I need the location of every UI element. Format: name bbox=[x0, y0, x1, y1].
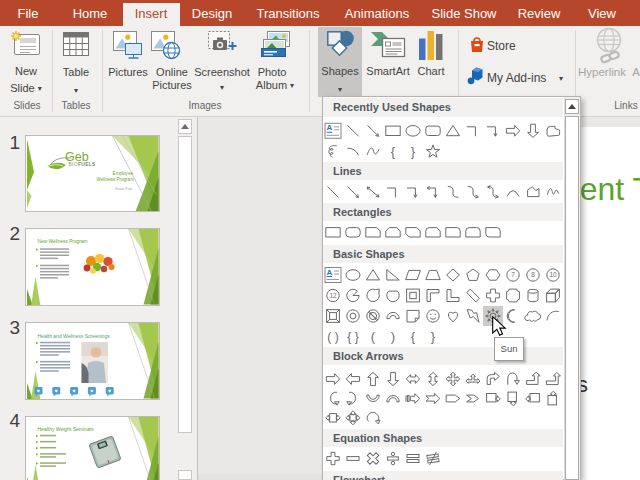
svg-text:}: } bbox=[411, 144, 416, 159]
svg-text:Healthy Weight Seminars: Healthy Weight Seminars bbox=[38, 426, 95, 432]
svg-text:7: 7 bbox=[511, 271, 515, 278]
svg-text:Employee: Employee bbox=[113, 170, 134, 175]
svg-text:{: { bbox=[391, 144, 396, 159]
svg-text:Health and Wellness Screenings: Health and Wellness Screenings bbox=[38, 333, 111, 339]
svg-text:{ }: { } bbox=[347, 330, 358, 344]
svg-text:New Wellness Program: New Wellness Program bbox=[38, 240, 88, 245]
svg-text:BIOFUELS: BIOFUELS bbox=[69, 162, 97, 167]
svg-text:A: A bbox=[327, 123, 333, 132]
svg-text:{: { bbox=[411, 329, 416, 344]
svg-text:( ): ( ) bbox=[327, 330, 338, 344]
svg-text:8: 8 bbox=[531, 271, 535, 278]
svg-text:(: ( bbox=[371, 329, 376, 344]
svg-text:10: 10 bbox=[549, 271, 557, 278]
svg-text:Susan Pratt: Susan Pratt bbox=[115, 186, 132, 190]
svg-text:}: } bbox=[431, 329, 436, 344]
svg-text:): ) bbox=[391, 329, 395, 344]
svg-text:12: 12 bbox=[329, 292, 337, 299]
svg-text:Wellness Program: Wellness Program bbox=[97, 177, 135, 182]
svg-text:A: A bbox=[327, 268, 333, 277]
